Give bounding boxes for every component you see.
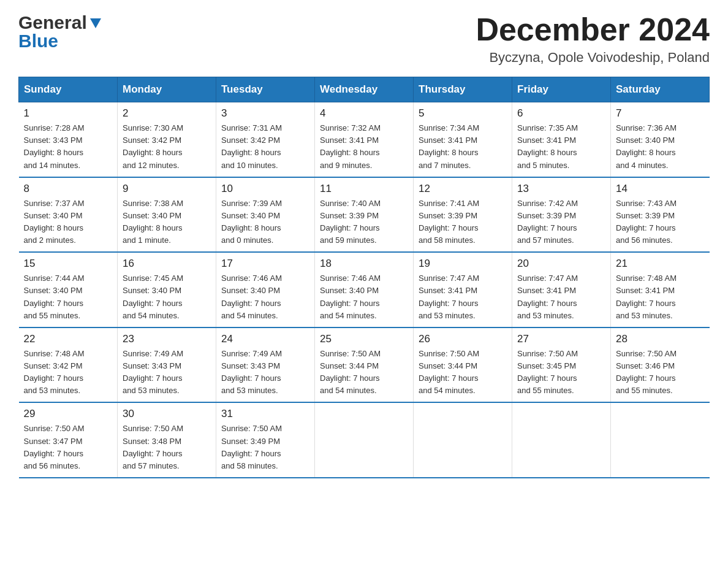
table-row: 1 Sunrise: 7:28 AMSunset: 3:43 PMDayligh… bbox=[19, 102, 118, 177]
table-row: 21 Sunrise: 7:48 AMSunset: 3:41 PMDaylig… bbox=[611, 252, 710, 327]
day-info: Sunrise: 7:50 AMSunset: 3:46 PMDaylight:… bbox=[616, 349, 677, 395]
col-tuesday: Tuesday bbox=[216, 77, 315, 102]
table-row: 4 Sunrise: 7:32 AMSunset: 3:41 PMDayligh… bbox=[315, 102, 414, 177]
calendar-table: Sunday Monday Tuesday Wednesday Thursday… bbox=[18, 77, 710, 478]
day-number: 2 bbox=[123, 107, 211, 120]
day-info: Sunrise: 7:47 AMSunset: 3:41 PMDaylight:… bbox=[419, 274, 479, 320]
table-row: 7 Sunrise: 7:36 AMSunset: 3:40 PMDayligh… bbox=[611, 102, 710, 177]
day-info: Sunrise: 7:48 AMSunset: 3:42 PMDaylight:… bbox=[24, 349, 85, 395]
day-number: 12 bbox=[419, 183, 507, 195]
table-row: 16 Sunrise: 7:45 AMSunset: 3:40 PMDaylig… bbox=[118, 252, 216, 327]
table-row: 19 Sunrise: 7:47 AMSunset: 3:41 PMDaylig… bbox=[414, 252, 512, 327]
day-number: 7 bbox=[616, 107, 705, 120]
day-info: Sunrise: 7:47 AMSunset: 3:41 PMDaylight:… bbox=[517, 274, 578, 320]
day-number: 14 bbox=[616, 183, 705, 195]
day-info: Sunrise: 7:34 AMSunset: 3:41 PMDaylight:… bbox=[419, 123, 479, 169]
day-number: 24 bbox=[221, 333, 309, 345]
day-info: Sunrise: 7:36 AMSunset: 3:40 PMDaylight:… bbox=[616, 123, 677, 169]
day-number: 8 bbox=[24, 183, 113, 195]
col-monday: Monday bbox=[118, 77, 216, 102]
day-number: 22 bbox=[24, 333, 113, 345]
day-number: 19 bbox=[419, 258, 507, 270]
day-info: Sunrise: 7:50 AMSunset: 3:45 PMDaylight:… bbox=[517, 349, 578, 395]
table-row: 23 Sunrise: 7:49 AMSunset: 3:43 PMDaylig… bbox=[118, 327, 216, 403]
table-row bbox=[611, 402, 710, 478]
day-info: Sunrise: 7:49 AMSunset: 3:43 PMDaylight:… bbox=[123, 349, 183, 395]
table-row: 31 Sunrise: 7:50 AMSunset: 3:49 PMDaylig… bbox=[216, 402, 315, 478]
col-thursday: Thursday bbox=[414, 77, 512, 102]
day-number: 15 bbox=[24, 258, 113, 270]
table-row: 12 Sunrise: 7:41 AMSunset: 3:39 PMDaylig… bbox=[414, 177, 512, 253]
day-info: Sunrise: 7:40 AMSunset: 3:39 PMDaylight:… bbox=[320, 199, 381, 245]
day-number: 9 bbox=[123, 183, 211, 195]
day-info: Sunrise: 7:28 AMSunset: 3:43 PMDaylight:… bbox=[24, 123, 85, 169]
day-info: Sunrise: 7:50 AMSunset: 3:49 PMDaylight:… bbox=[221, 424, 282, 470]
col-saturday: Saturday bbox=[611, 77, 710, 102]
day-number: 13 bbox=[517, 183, 605, 195]
day-info: Sunrise: 7:43 AMSunset: 3:39 PMDaylight:… bbox=[616, 199, 677, 245]
day-info: Sunrise: 7:50 AMSunset: 3:44 PMDaylight:… bbox=[419, 349, 479, 395]
day-number: 27 bbox=[517, 333, 605, 345]
day-info: Sunrise: 7:50 AMSunset: 3:48 PMDaylight:… bbox=[123, 424, 183, 470]
day-info: Sunrise: 7:38 AMSunset: 3:40 PMDaylight:… bbox=[123, 199, 183, 245]
day-number: 6 bbox=[517, 107, 605, 120]
table-row: 22 Sunrise: 7:48 AMSunset: 3:42 PMDaylig… bbox=[19, 327, 118, 403]
table-row: 17 Sunrise: 7:46 AMSunset: 3:40 PMDaylig… bbox=[216, 252, 315, 327]
day-info: Sunrise: 7:35 AMSunset: 3:41 PMDaylight:… bbox=[517, 123, 578, 169]
table-row: 29 Sunrise: 7:50 AMSunset: 3:47 PMDaylig… bbox=[19, 402, 118, 478]
table-row: 26 Sunrise: 7:50 AMSunset: 3:44 PMDaylig… bbox=[414, 327, 512, 403]
table-row: 30 Sunrise: 7:50 AMSunset: 3:48 PMDaylig… bbox=[118, 402, 216, 478]
table-row: 11 Sunrise: 7:40 AMSunset: 3:39 PMDaylig… bbox=[315, 177, 414, 253]
table-row: 28 Sunrise: 7:50 AMSunset: 3:46 PMDaylig… bbox=[611, 327, 710, 403]
day-number: 30 bbox=[123, 408, 211, 420]
title-area: December 2024 Byczyna, Opole Voivodeship… bbox=[476, 12, 710, 66]
day-number: 5 bbox=[419, 107, 507, 120]
header: General Blue December 2024 Byczyna, Opol… bbox=[18, 12, 710, 66]
day-info: Sunrise: 7:32 AMSunset: 3:41 PMDaylight:… bbox=[320, 123, 381, 169]
day-number: 20 bbox=[517, 258, 605, 270]
day-number: 31 bbox=[221, 408, 309, 420]
col-wednesday: Wednesday bbox=[315, 77, 414, 102]
col-friday: Friday bbox=[512, 77, 611, 102]
day-info: Sunrise: 7:46 AMSunset: 3:40 PMDaylight:… bbox=[320, 274, 381, 320]
table-row: 27 Sunrise: 7:50 AMSunset: 3:45 PMDaylig… bbox=[512, 327, 611, 403]
table-row: 10 Sunrise: 7:39 AMSunset: 3:40 PMDaylig… bbox=[216, 177, 315, 253]
day-number: 11 bbox=[320, 183, 408, 195]
table-row bbox=[512, 402, 611, 478]
day-info: Sunrise: 7:31 AMSunset: 3:42 PMDaylight:… bbox=[221, 123, 282, 169]
table-row bbox=[414, 402, 512, 478]
table-row: 13 Sunrise: 7:42 AMSunset: 3:39 PMDaylig… bbox=[512, 177, 611, 253]
day-number: 1 bbox=[24, 107, 113, 120]
day-info: Sunrise: 7:50 AMSunset: 3:44 PMDaylight:… bbox=[320, 349, 381, 395]
table-row: 6 Sunrise: 7:35 AMSunset: 3:41 PMDayligh… bbox=[512, 102, 611, 177]
table-row: 9 Sunrise: 7:38 AMSunset: 3:40 PMDayligh… bbox=[118, 177, 216, 253]
day-info: Sunrise: 7:50 AMSunset: 3:47 PMDaylight:… bbox=[24, 424, 85, 470]
day-number: 29 bbox=[24, 408, 113, 420]
day-number: 23 bbox=[123, 333, 211, 345]
day-info: Sunrise: 7:39 AMSunset: 3:40 PMDaylight:… bbox=[221, 199, 282, 245]
table-row: 8 Sunrise: 7:37 AMSunset: 3:40 PMDayligh… bbox=[19, 177, 118, 253]
day-info: Sunrise: 7:45 AMSunset: 3:40 PMDaylight:… bbox=[123, 274, 183, 320]
table-row: 24 Sunrise: 7:49 AMSunset: 3:43 PMDaylig… bbox=[216, 327, 315, 403]
day-info: Sunrise: 7:42 AMSunset: 3:39 PMDaylight:… bbox=[517, 199, 578, 245]
logo-general-text: General bbox=[18, 12, 87, 33]
month-title: December 2024 bbox=[476, 12, 710, 47]
table-row bbox=[315, 402, 414, 478]
day-info: Sunrise: 7:46 AMSunset: 3:40 PMDaylight:… bbox=[221, 274, 282, 320]
day-info: Sunrise: 7:48 AMSunset: 3:41 PMDaylight:… bbox=[616, 274, 677, 320]
table-row: 18 Sunrise: 7:46 AMSunset: 3:40 PMDaylig… bbox=[315, 252, 414, 327]
table-row: 5 Sunrise: 7:34 AMSunset: 3:41 PMDayligh… bbox=[414, 102, 512, 177]
logo-blue-text: Blue bbox=[18, 31, 58, 52]
day-number: 26 bbox=[419, 333, 507, 345]
table-row: 14 Sunrise: 7:43 AMSunset: 3:39 PMDaylig… bbox=[611, 177, 710, 253]
day-info: Sunrise: 7:49 AMSunset: 3:43 PMDaylight:… bbox=[221, 349, 282, 395]
day-number: 21 bbox=[616, 258, 705, 270]
day-number: 18 bbox=[320, 258, 408, 270]
svg-marker-0 bbox=[90, 18, 101, 28]
calendar-header-row: Sunday Monday Tuesday Wednesday Thursday… bbox=[19, 77, 710, 102]
day-number: 17 bbox=[221, 258, 309, 270]
day-number: 10 bbox=[221, 183, 309, 195]
day-number: 3 bbox=[221, 107, 309, 120]
logo-arrow-icon bbox=[89, 16, 102, 32]
day-info: Sunrise: 7:37 AMSunset: 3:40 PMDaylight:… bbox=[24, 199, 85, 245]
